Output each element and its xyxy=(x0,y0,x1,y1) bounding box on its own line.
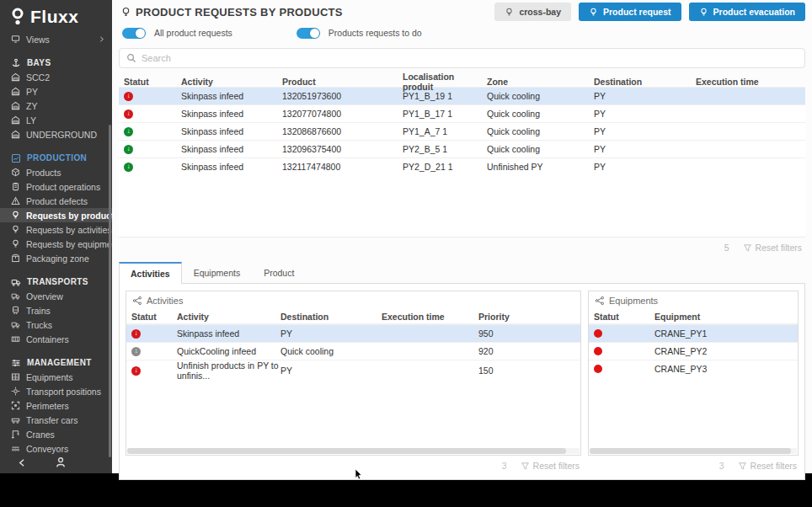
warehouse-icon xyxy=(11,101,20,110)
tab-activities[interactable]: Activities xyxy=(119,262,182,284)
grid-icon xyxy=(11,372,20,382)
equipments-table-header: Statut Equipment xyxy=(589,309,798,324)
funnel-icon xyxy=(738,462,747,471)
toggle-filters-row: All product requests Products requests t… xyxy=(112,24,812,42)
tab-equipments[interactable]: Equipments xyxy=(182,262,252,283)
sidebar-item-products[interactable]: Products xyxy=(0,165,112,179)
horizontal-scrollbar[interactable] xyxy=(590,448,797,454)
products-requests-to-do-label: Products requests to do xyxy=(329,28,422,38)
row-count: 5 xyxy=(724,243,729,253)
table-row[interactable]: ↓ Skinpass infeed132096375400PY2_B_5 1Qu… xyxy=(119,140,805,157)
table-row[interactable]: ↓ Unfinish products in PY to unfinis...P… xyxy=(126,360,580,377)
row-count: 3 xyxy=(719,461,724,471)
sidebar-item-containers[interactable]: Containers xyxy=(0,332,112,346)
sidebar-item-transport-positions[interactable]: Transport positions xyxy=(0,384,112,398)
reset-filters-button[interactable]: Reset filters xyxy=(738,461,797,471)
sidebar-item-packaging-zone[interactable]: Packaging zone xyxy=(0,251,112,265)
sidebar-item-transfer-cars[interactable]: Transfer cars xyxy=(0,413,112,427)
sidebar-item-requests-by-equipments[interactable]: Requests by equipments xyxy=(0,237,112,251)
cross-bay-button[interactable]: cross-bay xyxy=(494,3,571,21)
status-green-icon: ↓ xyxy=(124,163,133,172)
sidebar-item-requests-by-activities[interactable]: Requests by activities xyxy=(0,222,112,237)
container-icon xyxy=(11,334,20,344)
product-evacuation-button[interactable]: Product evacuation xyxy=(689,3,805,21)
user-icon[interactable] xyxy=(55,456,67,468)
horizontal-scrollbar[interactable] xyxy=(127,448,580,454)
sidebar-item-views[interactable]: Views xyxy=(0,32,112,46)
reset-filters-button[interactable]: Reset filters xyxy=(743,243,802,253)
equipments-panel-title: Equipments xyxy=(589,291,798,309)
activities-panel: Activities Statut Activity Destination E… xyxy=(126,291,581,476)
monitor-icon xyxy=(11,35,20,44)
mouse-cursor xyxy=(355,468,363,480)
app-logo: Fluxx xyxy=(0,0,112,32)
main-content: PRODUCT REQUESTS BY PRODUCTS cross-bay P… xyxy=(112,0,812,473)
sidebar-item-cranes[interactable]: Cranes xyxy=(0,427,112,441)
products-requests-to-do-toggle[interactable] xyxy=(296,28,320,39)
sidebar-item-product-defects[interactable]: Product defects xyxy=(0,194,112,208)
collapse-sidebar-icon[interactable] xyxy=(17,457,28,468)
status-green-icon: ↓ xyxy=(124,145,133,154)
warning-icon xyxy=(11,196,20,205)
truck-icon xyxy=(11,277,21,287)
status-green-icon: ↓ xyxy=(124,127,133,136)
product-request-button[interactable]: Product request xyxy=(579,3,681,21)
sidebar-item-scc2[interactable]: SCC2 xyxy=(0,70,112,84)
sidebar-item-overview[interactable]: Overview xyxy=(0,289,112,303)
chevron-right-icon xyxy=(98,35,105,43)
search-box xyxy=(119,48,805,68)
equipments-panel-box: Equipments Statut Equipment CRANE_PY1 xyxy=(588,291,799,456)
bulb-icon xyxy=(699,8,708,17)
table-row[interactable]: ↓ Skinpass infeed132086876600PY1_A_7 1Qu… xyxy=(119,122,805,140)
status-red-dot xyxy=(594,365,602,373)
sidebar-item-product-operations[interactable]: Product operations xyxy=(0,179,112,194)
requests-table-footer: 5 Reset filters xyxy=(119,239,805,256)
activities-table-header: Statut Activity Destination Execution ti… xyxy=(126,309,580,324)
table-row[interactable]: CRANE_PY1 xyxy=(589,324,798,342)
table-row[interactable]: ↓ Skinpass infeed132077074800PY1_B_17 1Q… xyxy=(119,104,805,122)
requests-table-body: ↓ Skinpass infeed132051973600PY1_B_19 1Q… xyxy=(119,87,805,237)
status-red-icon: ↓ xyxy=(131,366,141,376)
clipboard-icon xyxy=(11,182,20,191)
table-row[interactable]: ↓ QuickCooling infeedQuick cooling920 xyxy=(126,342,580,360)
page-title: PRODUCT REQUESTS BY PRODUCTS xyxy=(120,6,343,19)
funnel-icon xyxy=(743,243,752,253)
sidebar-item-equipments[interactable]: Equipments xyxy=(0,370,112,384)
reset-filters-button[interactable]: Reset filters xyxy=(521,461,580,471)
train-icon xyxy=(11,306,20,315)
sidebar-item-underground[interactable]: UNDERGROUND xyxy=(0,127,112,141)
tab-product[interactable]: Product xyxy=(252,262,306,283)
production-chart-icon xyxy=(11,153,21,163)
warehouse-icon xyxy=(11,72,20,82)
positions-icon xyxy=(11,387,20,396)
table-row[interactable]: ↓ Skinpass infeedPY950 xyxy=(126,324,580,342)
bulb-icon xyxy=(11,225,20,234)
sidebar-item-zy[interactable]: ZY xyxy=(0,99,112,113)
sidebar-item-requests-by-products[interactable]: Requests by products xyxy=(0,208,112,222)
activities-panel-footer: 3 Reset filters xyxy=(126,456,581,476)
screen: Fluxx Views BAYS SCC2 PY ZY LY UNDERGROU… xyxy=(0,0,812,507)
views-label: Views xyxy=(26,35,50,45)
logo-text: Fluxx xyxy=(30,7,78,27)
sidebar-section-management: MANAGEMENT xyxy=(0,355,112,370)
status-red-dot xyxy=(594,329,602,338)
sidebar-item-py[interactable]: PY xyxy=(0,84,112,99)
sidebar-item-trucks[interactable]: Trucks xyxy=(0,318,112,332)
bulb-icon xyxy=(11,211,20,220)
activities-panel-title: Activities xyxy=(126,291,580,309)
all-product-requests-toggle[interactable] xyxy=(122,28,146,39)
sidebar-item-ly[interactable]: LY xyxy=(0,113,112,127)
transfer-car-icon xyxy=(11,415,20,424)
truck-icon xyxy=(11,320,20,329)
search-icon xyxy=(126,53,136,63)
table-row[interactable]: CRANE_PY2 xyxy=(589,342,798,360)
sliders-icon xyxy=(11,358,21,368)
search-input[interactable] xyxy=(142,53,798,63)
table-row[interactable]: CRANE_PY3 xyxy=(589,360,798,377)
sidebar-item-perimeters[interactable]: Perimeters xyxy=(0,398,112,413)
table-row[interactable]: ↓ Skinpass infeed132117474800PY2_D_21 1U… xyxy=(119,157,805,175)
sidebar-item-trains[interactable]: Trains xyxy=(0,303,112,318)
sidebar-scrollbar[interactable] xyxy=(109,125,111,457)
sidebar-section-bays: BAYS xyxy=(0,56,112,70)
activities-panel-box: Activities Statut Activity Destination E… xyxy=(126,291,581,456)
